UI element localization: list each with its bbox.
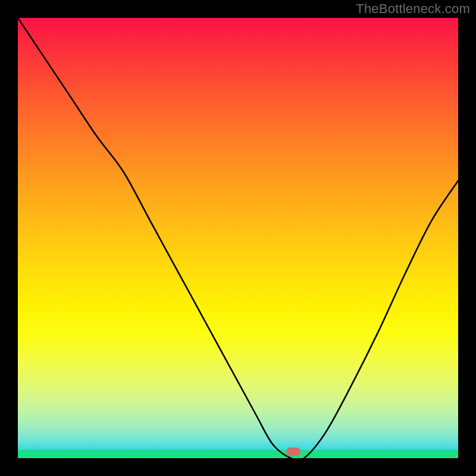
plot-area: [18, 18, 458, 458]
minimum-marker: [286, 447, 300, 456]
bottleneck-curve: [18, 18, 458, 458]
watermark-text: TheBottleneck.com: [356, 1, 470, 17]
chart-frame: TheBottleneck.com: [0, 0, 476, 476]
